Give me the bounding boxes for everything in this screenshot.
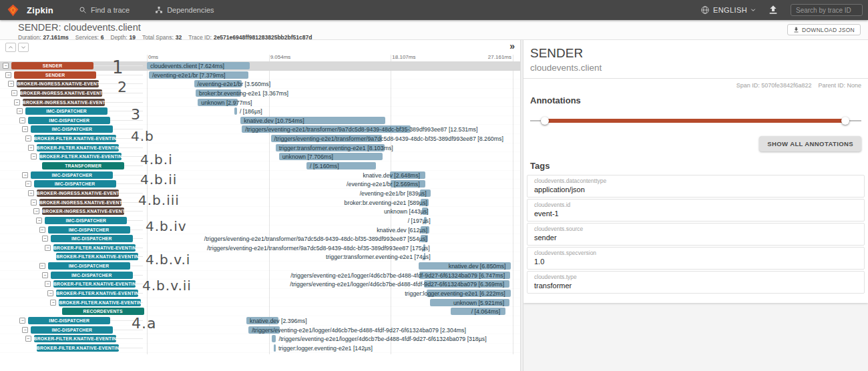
collapse-span-toggle[interactable]: − (39, 227, 45, 233)
collapse-span-toggle[interactable]: − (39, 263, 45, 269)
span-row[interactable]: −BROKER-FILTER.KNATIVE-EVENTING/triggers… (0, 244, 520, 253)
service-pill[interactable]: BROKER-FILTER.KNATIVE-EVENTING (37, 144, 119, 151)
span-row[interactable]: −BROKER-FILTER.KNATIVE-EVENTINGunknown [… (0, 298, 520, 308)
span-row[interactable]: −BROKER-INGRESS.KNATIVE-EVENTINGbroker:b… (0, 89, 520, 98)
collapse-span-toggle[interactable]: − (22, 172, 28, 178)
collapse-span-toggle[interactable]: − (11, 90, 17, 96)
collapse-span-toggle[interactable]: − (8, 81, 14, 87)
nav-find-a-trace[interactable]: Find a trace (79, 6, 130, 14)
collapse-span-toggle[interactable]: − (28, 145, 34, 151)
span-row[interactable]: −SENDERcloudevents.client [7.624ms] (0, 61, 520, 71)
expand-all-button[interactable] (18, 43, 29, 52)
span-row[interactable]: −IMC-DISPATCHER/eventing-e2e1/br [2.569m… (0, 179, 520, 189)
collapse-span-toggle[interactable]: − (5, 72, 11, 78)
span-row[interactable]: −IMC-DISPATCHERknative.dev [2.648ms] (0, 171, 520, 180)
service-pill[interactable]: BROKER-FILTER.KNATIVE-EVENTING (39, 153, 122, 160)
service-pill[interactable]: BROKER-FILTER.KNATIVE-EVENTING (56, 253, 138, 260)
slider-range[interactable] (545, 119, 845, 123)
service-pill[interactable]: RECORDEVENTS (62, 308, 144, 315)
collapse-span-toggle[interactable]: − (22, 327, 28, 333)
collapse-span-toggle[interactable]: − (19, 117, 25, 123)
span-row[interactable]: −IMC-DISPATCHERknative.dev [10.754ms] (0, 116, 520, 125)
service-pill[interactable]: BROKER-INGRESS.KNATIVE-EVENTING (23, 99, 105, 106)
span-row[interactable]: −BROKER-FILTER.KNATIVE-EVENTING/triggers… (0, 280, 520, 289)
span-row[interactable]: −IMC-DISPATCHER/ [197µs] (0, 216, 520, 226)
span-row[interactable]: −BROKER-FILTER.KNATIVE-EVENTINGtrigger:t… (0, 143, 520, 153)
span-row[interactable]: −IMC-DISPATCHER/ [186µs] (0, 107, 520, 116)
service-pill[interactable]: IMC-DISPATCHER (45, 217, 127, 224)
collapse-span-toggle[interactable]: − (42, 236, 48, 242)
service-pill[interactable]: IMC-DISPATCHER (51, 235, 133, 242)
collapse-span-toggle[interactable]: − (28, 190, 34, 196)
service-pill[interactable]: BROKER-FILTER.KNATIVE-EVENTING (53, 280, 136, 288)
span-row[interactable]: −BROKER-INGRESS.KNATIVE-EVENTING/eventin… (0, 189, 520, 198)
collapse-span-toggle[interactable]: − (19, 318, 25, 324)
span-row[interactable]: −BROKER-FILTER.KNATIVE-EVENTINGtrigger:l… (0, 289, 520, 298)
collapse-span-toggle[interactable]: − (3, 63, 9, 69)
service-pill[interactable]: BROKER-FILTER.KNATIVE-EVENTING (59, 299, 141, 306)
span-row[interactable]: −IMC-DISPATCHER/triggers/eventing-e2e1/l… (0, 326, 520, 335)
service-pill[interactable]: BROKER-FILTER.KNATIVE-EVENTING (56, 290, 138, 297)
span-row[interactable]: −BROKER-INGRESS.KNATIVE-EVENTINGunknown … (0, 207, 520, 216)
span-bar[interactable] (234, 107, 237, 115)
collapse-span-toggle[interactable]: − (25, 135, 31, 141)
slider-handle-right[interactable] (841, 117, 849, 125)
span-row[interactable]: −IMC-DISPATCHER/triggers/eventing-e2e1/l… (0, 271, 520, 280)
service-pill[interactable]: IMC-DISPATCHER (51, 272, 133, 279)
show-all-annotations-button[interactable]: SHOW ALL ANNOTATIONS (759, 136, 861, 151)
collapse-span-toggle[interactable]: − (42, 272, 48, 278)
span-row[interactable]: −IMC-DISPATCHERknative.dev [612µs] (0, 226, 520, 235)
search-by-trace-id-input[interactable] (791, 4, 863, 16)
collapse-span-toggle[interactable]: − (31, 200, 37, 206)
service-pill[interactable]: IMC-DISPATCHER (25, 107, 107, 115)
download-json-button[interactable]: DOWNLOAD JSON (787, 24, 861, 35)
span-row[interactable]: −IMC-DISPATCHER/triggers/eventing-e2e1/t… (0, 234, 520, 244)
service-pill[interactable]: BROKER-FILTER.KNATIVE-EVENTING (34, 335, 116, 342)
collapse-span-toggle[interactable]: − (50, 300, 56, 306)
collapse-span-toggle[interactable]: − (47, 290, 53, 296)
span-row[interactable]: −IMC-DISPATCHERknative.dev [2.396ms] (0, 316, 520, 326)
service-pill[interactable]: IMC-DISPATCHER (31, 125, 113, 133)
service-pill[interactable]: BROKER-INGRESS.KNATIVE-EVENTING (39, 199, 122, 206)
collapse-span-toggle[interactable]: − (25, 181, 31, 187)
span-row[interactable]: −BROKER-INGRESS.KNATIVE-EVENTING/eventin… (0, 79, 520, 89)
service-pill[interactable]: BROKER-INGRESS.KNATIVE-EVENTING (17, 80, 99, 87)
span-row[interactable]: −BROKER-FILTER.KNATIVE-EVENTING/triggers… (0, 134, 520, 143)
span-row[interactable]: −BROKER-FILTER.KNATIVE-EVENTINGunknown [… (0, 152, 520, 161)
service-pill[interactable]: IMC-DISPATCHER (31, 326, 113, 334)
collapse-span-toggle[interactable]: − (45, 245, 51, 251)
service-pill[interactable]: IMC-DISPATCHER (34, 180, 116, 188)
collapse-span-toggle[interactable]: − (33, 208, 39, 214)
collapse-span-toggle[interactable]: − (22, 126, 28, 132)
upload-trace-button[interactable] (768, 5, 779, 15)
language-selector[interactable]: ENGLISH (700, 5, 756, 15)
span-row[interactable]: −SENDER/eventing-e2e1/br [7.379ms] (0, 71, 520, 80)
collapse-span-toggle[interactable]: − (31, 153, 37, 159)
span-bar[interactable] (272, 335, 276, 342)
collapse-all-button[interactable] (5, 43, 16, 52)
service-pill[interactable]: BROKER-FILTER.KNATIVE-EVENTING (37, 344, 119, 352)
span-row[interactable]: TRANSFORMER/ [5.160ms] (0, 161, 520, 171)
collapse-span-toggle[interactable]: − (17, 108, 23, 114)
zipkin-logo-icon[interactable] (7, 4, 19, 17)
collapse-span-toggle[interactable]: − (14, 99, 20, 105)
service-pill[interactable]: BROKER-INGRESS.KNATIVE-EVENTING (20, 89, 102, 97)
span-bar[interactable] (274, 344, 276, 352)
collapse-span-toggle[interactable]: − (25, 336, 31, 342)
service-pill[interactable]: SENDER (11, 62, 93, 69)
span-row[interactable]: BROKER-FILTER.KNATIVE-EVENTINGtrigger:tr… (0, 252, 520, 262)
service-pill[interactable]: TRANSFORMER (42, 162, 124, 169)
service-pill[interactable]: BROKER-INGRESS.KNATIVE-EVENTING (42, 208, 124, 215)
service-pill[interactable]: BROKER-INGRESS.KNATIVE-EVENTING (37, 190, 119, 197)
service-pill[interactable]: BROKER-FILTER.KNATIVE-EVENTING (53, 244, 136, 252)
span-row[interactable]: −IMC-DISPATCHERknative.dev [6.850ms] (0, 262, 520, 271)
span-row[interactable]: −BROKER-FILTER.KNATIVE-EVENTING/triggers… (0, 334, 520, 344)
span-row[interactable]: −IMC-DISPATCHER/triggers/eventing-e2e1/t… (0, 125, 520, 134)
service-pill[interactable]: IMC-DISPATCHER (31, 171, 113, 179)
span-row[interactable]: RECORDEVENTS/ [4.064ms] (0, 307, 520, 316)
service-pill[interactable]: BROKER-FILTER.KNATIVE-EVENTING (34, 135, 116, 142)
span-row[interactable]: −BROKER-INGRESS.KNATIVE-EVENTINGbroker:b… (0, 198, 520, 208)
nav-dependencies[interactable]: Dependencies (155, 6, 214, 14)
service-pill[interactable]: IMC-DISPATCHER (48, 226, 130, 234)
span-row[interactable]: BROKER-FILTER.KNATIVE-EVENTINGtrigger:lo… (0, 344, 520, 353)
